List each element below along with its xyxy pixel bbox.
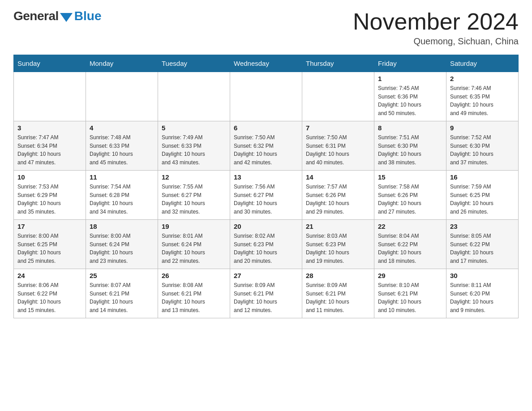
day-number: 25 [90,272,154,279]
calendar-week-row: 1Sunrise: 7:45 AMSunset: 6:36 PMDaylight… [14,72,519,121]
day-number: 10 [17,173,82,181]
day-info: Sunrise: 7:46 AMSunset: 6:35 PMDaylight:… [450,84,515,117]
day-number: 6 [234,124,298,132]
calendar-cell: 6Sunrise: 7:50 AMSunset: 6:32 PMDaylight… [230,121,302,171]
location-subtitle: Quemong, Sichuan, China [353,36,519,47]
day-info: Sunrise: 7:58 AMSunset: 6:26 PMDaylight:… [378,183,442,216]
calendar-cell: 13Sunrise: 7:56 AMSunset: 6:27 PMDayligh… [230,171,302,220]
calendar-cell: 25Sunrise: 8:07 AMSunset: 6:21 PMDayligh… [86,269,158,318]
logo-triangle-icon [60,13,73,22]
calendar-table: SundayMondayTuesdayWednesdayThursdayFrid… [13,55,519,318]
day-number: 2 [450,75,515,82]
day-number: 5 [162,124,226,132]
day-info: Sunrise: 8:07 AMSunset: 6:21 PMDaylight:… [90,281,154,314]
day-info: Sunrise: 8:05 AMSunset: 6:22 PMDaylight:… [450,232,515,265]
calendar-cell: 27Sunrise: 8:09 AMSunset: 6:21 PMDayligh… [230,269,302,318]
day-number: 11 [90,173,154,181]
calendar-cell: 4Sunrise: 7:48 AMSunset: 6:33 PMDaylight… [86,121,158,171]
day-info: Sunrise: 8:09 AMSunset: 6:21 PMDaylight:… [234,281,298,314]
weekday-header-thursday: Thursday [302,55,374,72]
logo-general-text: General [13,9,59,23]
calendar-cell: 1Sunrise: 7:45 AMSunset: 6:36 PMDaylight… [374,72,446,121]
day-info: Sunrise: 7:51 AMSunset: 6:30 PMDaylight:… [378,133,442,167]
calendar-cell: 18Sunrise: 8:00 AMSunset: 6:24 PMDayligh… [86,220,158,269]
day-info: Sunrise: 7:45 AMSunset: 6:36 PMDaylight:… [378,84,442,117]
calendar-cell: 19Sunrise: 8:01 AMSunset: 6:24 PMDayligh… [158,220,230,269]
day-info: Sunrise: 8:04 AMSunset: 6:22 PMDaylight:… [378,232,442,265]
day-number: 24 [17,272,82,279]
day-number: 4 [90,124,154,132]
calendar-cell: 22Sunrise: 8:04 AMSunset: 6:22 PMDayligh… [374,220,446,269]
calendar-cell [230,72,302,121]
day-info: Sunrise: 7:49 AMSunset: 6:33 PMDaylight:… [162,133,226,167]
day-info: Sunrise: 8:09 AMSunset: 6:21 PMDaylight:… [306,281,370,314]
day-number: 17 [17,223,82,230]
day-number: 21 [306,223,370,230]
day-info: Sunrise: 7:50 AMSunset: 6:32 PMDaylight:… [234,133,298,167]
calendar-cell: 12Sunrise: 7:55 AMSunset: 6:27 PMDayligh… [158,171,230,220]
calendar-cell: 15Sunrise: 7:58 AMSunset: 6:26 PMDayligh… [374,171,446,220]
day-number: 19 [162,223,226,230]
day-info: Sunrise: 7:57 AMSunset: 6:26 PMDaylight:… [306,183,370,216]
day-info: Sunrise: 7:53 AMSunset: 6:29 PMDaylight:… [17,183,82,216]
day-number: 7 [306,124,370,132]
calendar-week-row: 24Sunrise: 8:06 AMSunset: 6:22 PMDayligh… [14,269,519,318]
day-info: Sunrise: 8:06 AMSunset: 6:22 PMDaylight:… [17,281,82,314]
day-info: Sunrise: 7:47 AMSunset: 6:34 PMDaylight:… [17,133,82,167]
weekday-header-monday: Monday [86,55,158,72]
day-number: 15 [378,173,442,181]
day-number: 16 [450,173,515,181]
day-number: 28 [306,272,370,279]
day-number: 14 [306,173,370,181]
logo: General Blue [13,9,101,23]
calendar-cell: 7Sunrise: 7:50 AMSunset: 6:31 PMDaylight… [302,121,374,171]
calendar-cell: 9Sunrise: 7:52 AMSunset: 6:30 PMDaylight… [446,121,519,171]
day-number: 29 [378,272,442,279]
calendar-cell: 2Sunrise: 7:46 AMSunset: 6:35 PMDaylight… [446,72,519,121]
calendar-cell: 29Sunrise: 8:10 AMSunset: 6:21 PMDayligh… [374,269,446,318]
day-info: Sunrise: 8:02 AMSunset: 6:23 PMDaylight:… [234,232,298,265]
day-info: Sunrise: 8:00 AMSunset: 6:24 PMDaylight:… [90,232,154,265]
weekday-header-friday: Friday [374,55,446,72]
calendar-cell [158,72,230,121]
calendar-cell: 21Sunrise: 8:03 AMSunset: 6:23 PMDayligh… [302,220,374,269]
day-number: 12 [162,173,226,181]
calendar-cell: 14Sunrise: 7:57 AMSunset: 6:26 PMDayligh… [302,171,374,220]
day-info: Sunrise: 8:01 AMSunset: 6:24 PMDaylight:… [162,232,226,265]
calendar-cell: 11Sunrise: 7:54 AMSunset: 6:28 PMDayligh… [86,171,158,220]
calendar-cell: 16Sunrise: 7:59 AMSunset: 6:25 PMDayligh… [446,171,519,220]
calendar-cell: 3Sunrise: 7:47 AMSunset: 6:34 PMDaylight… [14,121,86,171]
day-number: 27 [234,272,298,279]
day-number: 22 [378,223,442,230]
calendar-cell: 20Sunrise: 8:02 AMSunset: 6:23 PMDayligh… [230,220,302,269]
weekday-header-tuesday: Tuesday [158,55,230,72]
calendar-week-row: 10Sunrise: 7:53 AMSunset: 6:29 PMDayligh… [14,171,519,220]
calendar-cell: 8Sunrise: 7:51 AMSunset: 6:30 PMDaylight… [374,121,446,171]
day-info: Sunrise: 8:00 AMSunset: 6:25 PMDaylight:… [17,232,82,265]
day-number: 18 [90,223,154,230]
day-number: 20 [234,223,298,230]
day-info: Sunrise: 7:48 AMSunset: 6:33 PMDaylight:… [90,133,154,167]
day-info: Sunrise: 8:03 AMSunset: 6:23 PMDaylight:… [306,232,370,265]
day-number: 8 [378,124,442,132]
day-info: Sunrise: 8:08 AMSunset: 6:21 PMDaylight:… [162,281,226,314]
calendar-cell: 28Sunrise: 8:09 AMSunset: 6:21 PMDayligh… [302,269,374,318]
calendar-week-row: 17Sunrise: 8:00 AMSunset: 6:25 PMDayligh… [14,220,519,269]
day-info: Sunrise: 7:50 AMSunset: 6:31 PMDaylight:… [306,133,370,167]
day-info: Sunrise: 7:56 AMSunset: 6:27 PMDaylight:… [234,183,298,216]
calendar-cell: 5Sunrise: 7:49 AMSunset: 6:33 PMDaylight… [158,121,230,171]
month-year-title: November 2024 [353,9,519,34]
day-info: Sunrise: 8:11 AMSunset: 6:20 PMDaylight:… [450,281,515,314]
logo-blue-text: Blue [74,9,102,23]
calendar-cell: 23Sunrise: 8:05 AMSunset: 6:22 PMDayligh… [446,220,519,269]
day-info: Sunrise: 8:10 AMSunset: 6:21 PMDaylight:… [378,281,442,314]
day-number: 13 [234,173,298,181]
day-info: Sunrise: 7:55 AMSunset: 6:27 PMDaylight:… [162,183,226,216]
day-info: Sunrise: 7:59 AMSunset: 6:25 PMDaylight:… [450,183,515,216]
day-number: 26 [162,272,226,279]
calendar-cell [302,72,374,121]
day-info: Sunrise: 7:52 AMSunset: 6:30 PMDaylight:… [450,133,515,167]
calendar-cell: 26Sunrise: 8:08 AMSunset: 6:21 PMDayligh… [158,269,230,318]
title-section: November 2024 Quemong, Sichuan, China [353,9,519,47]
weekday-header-wednesday: Wednesday [230,55,302,72]
